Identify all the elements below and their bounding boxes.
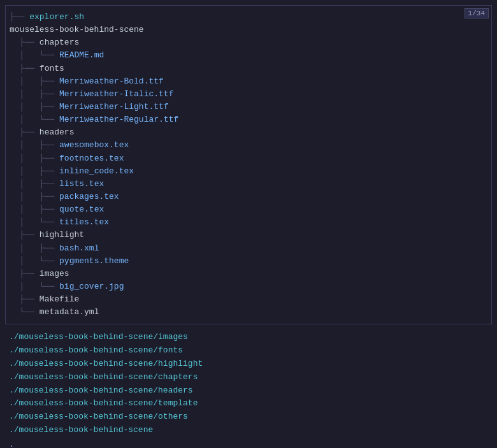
tree-connector: └── <box>20 306 40 319</box>
tree-indent: │ <box>10 101 40 113</box>
tree-item-name[interactable]: packages.tex <box>59 191 119 203</box>
tree-indent: │ <box>10 75 40 88</box>
tree-indent <box>10 36 20 49</box>
tree-indent: │ <box>10 203 40 216</box>
tree-item-name[interactable]: awesomebox.tex <box>59 139 129 152</box>
tree-item-name[interactable]: footnotes.tex <box>59 152 124 165</box>
tree-item-name[interactable]: big_cover.jpg <box>59 280 124 293</box>
tree-indent: │ <box>10 49 40 62</box>
tree-item-name[interactable]: pygments.theme <box>59 255 129 268</box>
tree-item: │ └── big_cover.jpg <box>10 280 487 293</box>
tree-item-name[interactable]: bash.xml <box>59 242 99 255</box>
tree-item: │ ├── awesomebox.tex <box>10 139 487 152</box>
tree-item: ├── headers <box>10 126 487 139</box>
tree-indent <box>10 229 20 242</box>
tree-connector: ├── <box>20 36 40 49</box>
tree-item: │ ├── quote.tex <box>10 203 487 216</box>
tree-indent <box>10 306 20 319</box>
tree-connector: ├── <box>40 75 59 88</box>
tree-indent: │ <box>10 191 40 203</box>
path-item: ./mouseless-book-behind-scene/images <box>9 331 488 344</box>
tree-connector: ├── <box>20 268 40 280</box>
tree-item: │ ├── bash.xml <box>10 242 487 255</box>
tree-item-name: mouseless-book-behind-scene <box>10 24 144 36</box>
tree-connector: ├── <box>40 203 59 216</box>
path-item: ./mouseless-book-behind-scene/fonts <box>9 344 488 358</box>
tree-indent <box>10 62 20 75</box>
tree-item-name[interactable]: Merriweather-Regular.ttf <box>59 113 178 126</box>
tree-connector: └── <box>40 280 59 293</box>
paths-content: ./mouseless-book-behind-scene/images./mo… <box>9 331 488 437</box>
tree-item-name: chapters <box>40 36 79 49</box>
tree-indent: │ <box>10 280 40 293</box>
bottom-panel: ./mouseless-book-behind-scene/images./mo… <box>5 328 492 448</box>
tree-item: │ └── Merriweather-Regular.ttf <box>10 113 487 126</box>
tree-item-name: metadata.yml <box>40 306 99 319</box>
tree-indent <box>10 293 20 306</box>
tree-item-name[interactable]: README.md <box>59 49 104 62</box>
tree-item: ├── explorer.sh <box>10 11 487 24</box>
tree-item: └── metadata.yml <box>10 306 487 319</box>
tree-connector: ├── <box>40 139 59 152</box>
tree-indent: │ <box>10 216 40 229</box>
tree-connector: ├── <box>40 242 59 255</box>
tree-item: │ ├── Merriweather-Italic.ttf <box>10 88 487 101</box>
tree-indent: │ <box>10 178 40 191</box>
tree-connector: ├── <box>40 152 59 165</box>
tree-connector: └── <box>40 49 59 62</box>
tree-indent: │ <box>10 165 40 178</box>
path-item: ./mouseless-book-behind-scene/chapters <box>9 371 488 384</box>
prompt-area: . <box>9 440 488 448</box>
tree-indent <box>10 268 20 280</box>
tree-item: │ ├── footnotes.tex <box>10 152 487 165</box>
tree-item: ├── images <box>10 268 487 280</box>
path-item: ./mouseless-book-behind-scene/headers <box>9 384 488 398</box>
tree-item-name[interactable]: inline_code.tex <box>59 165 134 178</box>
tree-connector: ├── <box>20 293 40 306</box>
tree-item-name[interactable]: Merriweather-Light.ttf <box>59 101 169 113</box>
tree-item: ├── fonts <box>10 62 487 75</box>
tree-indent: │ <box>10 242 40 255</box>
tree-item-name: fonts <box>40 62 64 75</box>
prompt-dot: . <box>9 440 14 448</box>
tree-connector: ├── <box>40 191 59 203</box>
tree-connector: └── <box>40 216 59 229</box>
tree-indent: │ <box>10 88 40 101</box>
tree-item-name[interactable]: lists.tex <box>59 178 104 191</box>
tree-item-name[interactable]: explorer.sh <box>29 11 84 24</box>
terminal: 1/34 ├── explorer.shmouseless-book-behin… <box>0 0 497 448</box>
tree-item-name: highlight <box>40 229 84 242</box>
tree-item-name[interactable]: Merriweather-Bold.ttf <box>59 75 164 88</box>
tree-indent: │ <box>10 255 40 268</box>
path-item: ./mouseless-book-behind-scene <box>9 424 488 437</box>
tree-connector: ├── <box>40 88 59 101</box>
tree-connector: ├── <box>20 126 40 139</box>
tree-item: │ └── pygments.theme <box>10 255 487 268</box>
tree-connector: ├── <box>10 11 29 24</box>
tree-item: │ ├── packages.tex <box>10 191 487 203</box>
tree-item-name: headers <box>40 126 75 139</box>
tree-item: │ └── titles.tex <box>10 216 487 229</box>
tree-item: │ ├── Merriweather-Bold.ttf <box>10 75 487 88</box>
tree-item-name[interactable]: quote.tex <box>59 203 104 216</box>
tree-indent <box>10 126 20 139</box>
tree-item: │ ├── inline_code.tex <box>10 165 487 178</box>
path-item: ./mouseless-book-behind-scene/others <box>9 410 488 424</box>
tree-indent: │ <box>10 152 40 165</box>
tree-item: │ ├── Merriweather-Light.ttf <box>10 101 487 113</box>
tree-item: ├── chapters <box>10 36 487 49</box>
page-indicator: 1/34 <box>465 8 489 18</box>
tree-item-name[interactable]: Merriweather-Italic.ttf <box>59 88 173 101</box>
tree-item: ├── Makefile <box>10 293 487 306</box>
tree-item: ├── highlight <box>10 229 487 242</box>
tree-connector: ├── <box>20 62 40 75</box>
path-item: ./mouseless-book-behind-scene/template <box>9 397 488 410</box>
tree-connector: ├── <box>40 101 59 113</box>
tree-connector: └── <box>40 255 59 268</box>
tree-item: │ └── README.md <box>10 49 487 62</box>
tree-indent: │ <box>10 139 40 152</box>
tree-connector: ├── <box>20 229 40 242</box>
tree-item-name[interactable]: titles.tex <box>59 216 109 229</box>
tree-connector: ├── <box>40 178 59 191</box>
tree-connector: ├── <box>40 165 59 178</box>
